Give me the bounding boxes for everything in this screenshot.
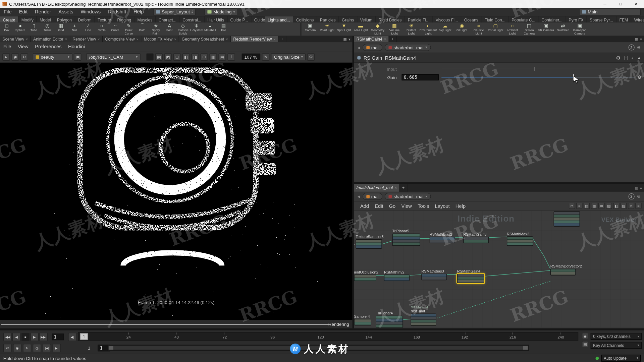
node-body[interactable]: [354, 275, 376, 281]
node-body[interactable]: [507, 236, 533, 246]
network-menu-edit[interactable]: Edit: [372, 203, 386, 209]
back-arrow-icon[interactable]: ◀: [357, 45, 360, 49]
shelf-tool-path[interactable]: ⌒Path: [136, 22, 149, 36]
shelf-tool-grid[interactable]: ▦Grid: [54, 22, 68, 36]
shelf-tab-right[interactable]: Grains: [339, 16, 357, 22]
shelf-tool-portal-light[interactable]: ▢Portal Light: [487, 22, 504, 36]
param-help-icon[interactable]: H: [624, 55, 628, 60]
keyframe-icon[interactable]: ◆: [582, 333, 588, 339]
desktop-main-selector[interactable]: Main: [579, 8, 641, 15]
zoom-reset-icon[interactable]: ↻: [262, 53, 269, 61]
back-arrow-icon[interactable]: ◀: [357, 194, 360, 198]
shelf-tool-l-system[interactable]: ΨL-System: [190, 22, 203, 36]
shelf-tab-left[interactable]: Modify: [18, 16, 37, 22]
param-search-icon[interactable]: ⌕: [632, 55, 634, 60]
node-name-field[interactable]: RSMathGain4: [385, 55, 416, 60]
node-body[interactable]: [421, 274, 447, 281]
shelf-tab-left[interactable]: Deform: [75, 16, 95, 22]
shelf-tab-right[interactable]: Collisions: [293, 16, 317, 22]
close-icon[interactable]: ×: [395, 186, 397, 190]
menu-help[interactable]: Help: [130, 9, 147, 15]
render-image-viewport[interactable]: Frame 1: 2020-04-14 14:22:46 (0.12s): [0, 63, 353, 320]
net-menu-icon[interactable]: ≡: [635, 203, 641, 209]
key-mode-dropdown[interactable]: Key All Channels ▾: [591, 342, 642, 349]
param-pane-tab[interactable]: RSMathGain4 ×: [354, 36, 389, 42]
network-menu-go[interactable]: Go: [386, 203, 398, 209]
network-pane-menu-icon[interactable]: ≡: [640, 186, 642, 190]
close-button[interactable]: ✕: [628, 0, 644, 8]
step-back-icon[interactable]: |◀: [43, 344, 51, 352]
shelf-tab-right[interactable]: FEM: [616, 16, 631, 22]
shelf-tool-camera[interactable]: ▣Camera: [302, 22, 319, 36]
shelf-tool-ambient-light[interactable]: ○Ambient Light: [504, 22, 521, 36]
link-count-badge[interactable]: 2: [628, 44, 634, 50]
node-body[interactable]: [411, 314, 436, 326]
minimize-button[interactable]: ─: [597, 0, 613, 8]
shelf-tool-switcher[interactable]: ⇄Switcher: [554, 22, 571, 36]
playback-mode-icon[interactable]: ⇄: [3, 344, 11, 352]
shelf-tool-caustic-light[interactable]: ≈Caustic Light: [470, 22, 487, 36]
menu-assets[interactable]: Assets: [55, 9, 77, 15]
shelf-tool-tube[interactable]: ▯Tube: [27, 22, 41, 36]
pin-icon[interactable]: ⊕: [637, 45, 641, 50]
display-grid-icon[interactable]: ▦: [155, 53, 163, 61]
net-search-icon[interactable]: ⌕: [628, 203, 634, 209]
shelf-tab-right[interactable]: Vellum: [357, 16, 376, 22]
network-breadcrumb-mat[interactable]: mat: [363, 193, 382, 200]
shelf-tool-volume-light[interactable]: ▩Volume Light: [386, 22, 403, 36]
goto-start-button[interactable]: |◀◀: [3, 333, 11, 341]
network-pane-new-tab-button[interactable]: +: [400, 184, 408, 192]
shelf-tab-left[interactable]: Polygon: [54, 16, 75, 22]
zoom-level-field[interactable]: 107 %: [241, 53, 260, 60]
play-button[interactable]: ▶: [31, 333, 39, 341]
param-pane-grid-icon[interactable]: ▦: [635, 37, 638, 41]
param-slider[interactable]: [441, 74, 635, 80]
shelf-tool-gamepad-camera[interactable]: ▣Gamepad Camera: [571, 22, 588, 36]
network-pane-tab[interactable]: /mat/shaderbot_mat ×: [354, 184, 400, 192]
network-link-count-badge[interactable]: 2: [628, 193, 634, 199]
param-value-field[interactable]: 0.685: [402, 74, 439, 80]
param-pane-menu-icon[interactable]: ≡: [640, 37, 642, 41]
net-tree-icon[interactable]: ≡: [576, 203, 582, 209]
shelf-tab-right[interactable]: Particle Fl...: [405, 16, 433, 22]
param-slider[interactable]: [441, 66, 635, 72]
renderview-settings-gear-icon[interactable]: ⚙: [307, 53, 315, 61]
network-pane-grid-icon[interactable]: ▦: [635, 186, 638, 190]
shelf-tool-point-light[interactable]: ☀Point Light: [319, 22, 335, 36]
network-node-sampler4[interactable]: Sampler4: [354, 314, 371, 325]
shelf-tool-platonic-solids[interactable]: ◇Platonic Solids: [176, 22, 190, 36]
magnify-region-icon[interactable]: ◻: [173, 53, 181, 61]
node-body[interactable]: [463, 237, 489, 244]
renderview-menu-preferences[interactable]: Preferences: [32, 44, 65, 49]
mode-selector[interactable]: Modeling ▾: [205, 8, 238, 15]
node-body[interactable]: [356, 239, 382, 249]
render-camera-selector[interactable]: /obj/RNDR_CAM ▾: [86, 53, 141, 60]
param-row-gear-icon[interactable]: ⚙: [638, 75, 642, 80]
shelf-tool-sphere[interactable]: ●Sphere: [13, 22, 27, 36]
shelf-tool-font[interactable]: AFont: [163, 22, 176, 36]
shelf-tab-left[interactable]: Muscles: [135, 16, 156, 22]
renderview-menu-file[interactable]: File: [0, 44, 14, 49]
node-body[interactable]: [550, 269, 576, 276]
network-node-rsmathgain3[interactable]: RSMathGain3: [463, 232, 489, 243]
node-body[interactable]: [457, 274, 484, 283]
menu-render[interactable]: Render: [31, 9, 55, 15]
close-icon[interactable]: ×: [273, 37, 275, 41]
pane-grid-icon[interactable]: ▦: [343, 37, 347, 41]
net-panel-icon[interactable]: ▤: [584, 203, 590, 209]
close-icon[interactable]: ×: [136, 37, 138, 41]
pane-tab-geometry-spreadsheet[interactable]: Geometry Spreadsheet×: [179, 36, 231, 42]
net-grid-icon[interactable]: ▦: [591, 203, 597, 209]
slider-handle[interactable]: [534, 67, 535, 71]
node-body[interactable]: [554, 212, 580, 227]
shelf-tab-right[interactable]: Oceans: [461, 16, 482, 22]
close-icon[interactable]: ×: [65, 37, 67, 41]
shelf-tab-left[interactable]: Guide P...: [227, 16, 251, 22]
play-reverse-button[interactable]: ◀: [12, 333, 20, 341]
shelf-tab-left[interactable]: Model: [37, 16, 54, 22]
step-fwd-icon[interactable]: ▶|: [53, 344, 61, 352]
background-toggle-button[interactable]: [146, 53, 154, 61]
pane-tab-composite-view[interactable]: Composite View×: [103, 36, 142, 42]
network-menu-view[interactable]: View: [398, 203, 415, 209]
shelf-tool-distant-light[interactable]: ☀Distant Light: [403, 22, 420, 36]
